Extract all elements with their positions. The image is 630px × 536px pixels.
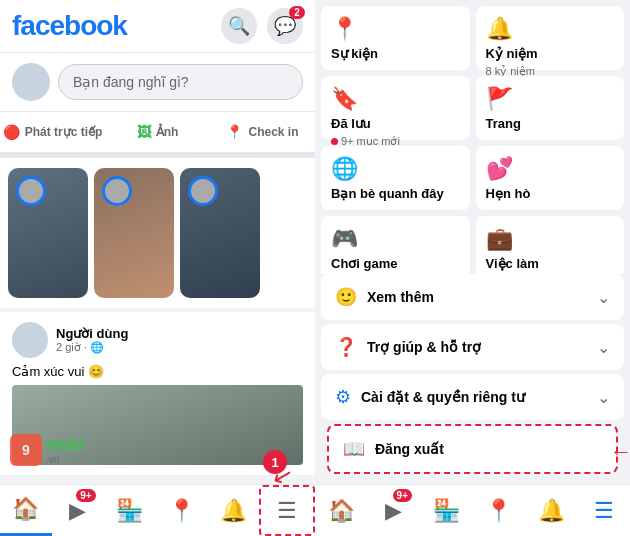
settings-label: Cài đặt & quyền riêng tư [361, 389, 525, 405]
feed-post-meta: 2 giờ · 🌐 [56, 341, 128, 354]
accordion-help[interactable]: ❓ Trợ giúp & hỗ trợ ⌄ [321, 324, 624, 370]
action-bar: 🔴 Phát trực tiếp 🖼 Ảnh 📍 Check in [0, 112, 315, 158]
rnav-home[interactable]: 🏠 [315, 485, 368, 536]
messenger-button[interactable]: 💬 2 [267, 8, 303, 44]
logout-label: Đăng xuất [375, 441, 444, 457]
saved-dot [331, 138, 338, 145]
events-label: Sự kiện [331, 46, 460, 61]
live-icon: 🔴 [3, 124, 20, 140]
memories-icon: 🔔 [486, 16, 615, 42]
nav-watch[interactable]: ▶ 9+ [52, 485, 104, 536]
story-area [0, 158, 315, 308]
user-avatar [12, 63, 50, 101]
see-more-label: Xem thêm [367, 289, 434, 305]
watermark: 9 mobi .vn [10, 434, 84, 466]
saved-icon: 🔖 [331, 86, 460, 112]
pages-icon: 🚩 [486, 86, 615, 112]
notifications-icon: 🔔 [220, 498, 247, 524]
story-card[interactable] [8, 168, 88, 298]
dating-icon: 💕 [486, 156, 615, 182]
rnav-marketplace[interactable]: 🏪 [420, 485, 473, 536]
live-label: Phát trực tiếp [25, 125, 103, 139]
nearby-label: Bạn bè quanh đây [331, 186, 460, 201]
accordion-section: 🙂 Xem thêm ⌄ ❓ Trợ giúp & hỗ trợ ⌄ ⚙ Cài… [315, 274, 630, 420]
menu-card-saved[interactable]: 🔖 Đã lưu 9+ mục mới [321, 76, 470, 140]
post-input[interactable]: Bạn đang nghĩ gì? [58, 64, 303, 100]
feed-user-info: Người dùng 2 giờ · 🌐 [56, 326, 128, 354]
rnav-menu-icon: ☰ [594, 498, 614, 524]
menu-card-pages[interactable]: 🚩 Trang [476, 76, 625, 140]
chevron-down-icon: ⌄ [597, 388, 610, 407]
menu-icon: ☰ [277, 498, 297, 524]
menu-card-gaming[interactable]: 🎮 Chơi game 2 mục mới [321, 216, 470, 274]
menu-card-dating[interactable]: 💕 Hẹn hò [476, 146, 625, 210]
location-icon: 📍 [168, 498, 195, 524]
story-avatar [16, 176, 46, 206]
accordion-settings[interactable]: ⚙ Cài đặt & quyền riêng tư ⌄ [321, 374, 624, 420]
nav-home[interactable]: 🏠 [0, 485, 52, 536]
story-card[interactable] [180, 168, 260, 298]
accordion-left: ⚙ Cài đặt & quyền riêng tư [335, 386, 525, 408]
nav-menu[interactable]: ☰ [259, 485, 315, 536]
facebook-logo: facebook [12, 10, 127, 42]
rnav-watch-badge: 9+ [393, 489, 412, 502]
checkin-button[interactable]: 📍 Check in [210, 118, 315, 146]
rnav-menu[interactable]: ☰ [578, 485, 631, 536]
story-avatar [188, 176, 218, 206]
bottom-nav-left: 🏠 ▶ 9+ 🏪 📍 🔔 ☰ [0, 484, 315, 536]
arrow-right-icon: ← [610, 439, 630, 465]
live-button[interactable]: 🔴 Phát trực tiếp [0, 118, 105, 146]
jobs-label: Việc làm [486, 256, 615, 271]
menu-grid: 📍 Sự kiện 🔔 Kỷ niệm 8 kỷ niệm 🔖 Đã lưu 9… [315, 0, 630, 274]
checkin-icon: 📍 [226, 124, 243, 140]
rnav-location[interactable]: 📍 [473, 485, 526, 536]
nearby-icon: 🌐 [331, 156, 460, 182]
dating-label: Hẹn hò [486, 186, 615, 201]
circle-annotation-1: 1 [263, 450, 287, 474]
watermark-domain: .vn [46, 454, 84, 465]
help-label: Trợ giúp & hỗ trợ [367, 339, 481, 355]
marketplace-icon: 🏪 [116, 498, 143, 524]
photo-label: Ảnh [156, 125, 179, 139]
jobs-icon: 💼 [486, 226, 615, 252]
menu-card-jobs[interactable]: 💼 Việc làm [476, 216, 625, 274]
feed-post-text: Cảm xúc vui 😊 [12, 364, 303, 379]
menu-card-nearby[interactable]: 🌐 Bạn bè quanh đây [321, 146, 470, 210]
menu-card-memories[interactable]: 🔔 Kỷ niệm 8 kỷ niệm [476, 6, 625, 70]
watch-badge: 9+ [76, 489, 95, 502]
header: facebook 🔍 💬 2 [0, 0, 315, 53]
help-icon: ❓ [335, 336, 357, 358]
chevron-down-icon: ⌄ [597, 288, 610, 307]
nav-notifications[interactable]: 🔔 [207, 485, 259, 536]
photo-button[interactable]: 🖼 Ảnh [105, 118, 210, 146]
post-placeholder-text: Bạn đang nghĩ gì? [73, 74, 189, 90]
chevron-down-icon: ⌄ [597, 338, 610, 357]
logout-button[interactable]: 📖 Đăng xuất [327, 424, 618, 474]
story-card[interactable] [94, 168, 174, 298]
left-panel: facebook 🔍 💬 2 Bạn đang nghĩ gì? 🔴 Phát … [0, 0, 315, 536]
events-icon: 📍 [331, 16, 460, 42]
accordion-see-more[interactable]: 🙂 Xem thêm ⌄ [321, 274, 624, 320]
rnav-notifications-icon: 🔔 [538, 498, 565, 524]
feed-user-row: Người dùng 2 giờ · 🌐 [12, 322, 303, 358]
saved-label: Đã lưu [331, 116, 460, 131]
accordion-left: ❓ Trợ giúp & hỗ trợ [335, 336, 481, 358]
menu-card-events[interactable]: 📍 Sự kiện [321, 6, 470, 70]
gaming-icon: 🎮 [331, 226, 460, 252]
search-icon: 🔍 [228, 15, 250, 37]
memories-label: Kỷ niệm [486, 46, 615, 61]
bottom-nav-right: 🏠 ▶ 9+ 🏪 📍 🔔 ☰ [315, 484, 630, 536]
feed-avatar [12, 322, 48, 358]
nav-location[interactable]: 📍 [155, 485, 207, 536]
see-more-icon: 🙂 [335, 286, 357, 308]
search-button[interactable]: 🔍 [221, 8, 257, 44]
annotation-number-1: 1 [263, 450, 287, 474]
9mobi-logo: 9 [10, 434, 42, 466]
photo-icon: 🖼 [137, 124, 151, 140]
rnav-notifications[interactable]: 🔔 [525, 485, 578, 536]
pages-label: Trang [486, 116, 615, 131]
rnav-watch[interactable]: ▶ 9+ [368, 485, 421, 536]
nav-marketplace[interactable]: 🏪 [104, 485, 156, 536]
messenger-badge: 2 [289, 6, 305, 19]
rnav-location-icon: 📍 [485, 498, 512, 524]
